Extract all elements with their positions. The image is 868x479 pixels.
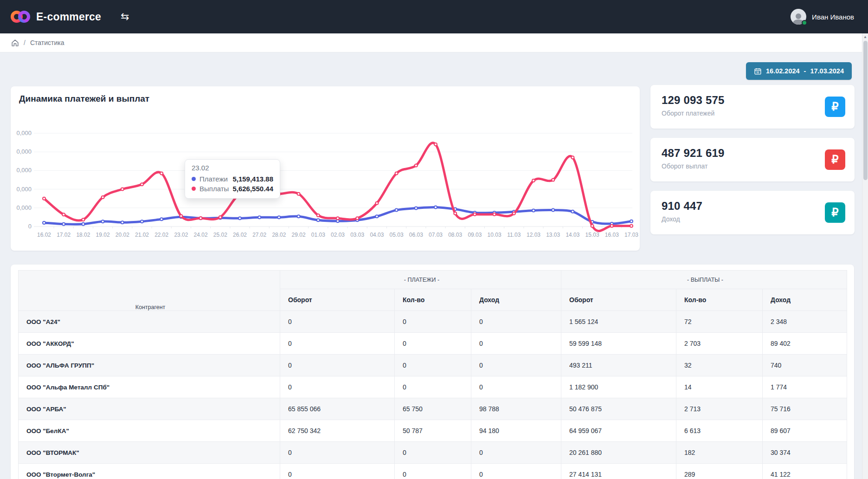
column-header-payouts-income[interactable]: Доход bbox=[763, 289, 847, 311]
svg-text:31: 31 bbox=[756, 71, 759, 74]
column-header-payouts-count[interactable]: Кол-во bbox=[676, 289, 763, 311]
scrollbar-thumb[interactable] bbox=[863, 41, 868, 180]
value-cell: 182 bbox=[676, 442, 763, 464]
value-cell: 75 716 bbox=[763, 398, 847, 420]
value-cell: 94 180 bbox=[471, 420, 561, 442]
breadcrumb: / Статистика bbox=[0, 33, 868, 52]
brand[interactable]: E-commerce bbox=[10, 9, 101, 24]
svg-text:0,000: 0,000 bbox=[16, 186, 32, 193]
value-cell: 0 bbox=[471, 355, 561, 376]
value-cell: 32 bbox=[676, 355, 763, 376]
stat-label: Доход bbox=[662, 215, 680, 223]
svg-text:19.02: 19.02 bbox=[96, 232, 110, 238]
value-cell: 0 bbox=[471, 333, 561, 355]
svg-text:0,000: 0,000 bbox=[16, 148, 32, 155]
svg-text:20.02: 20.02 bbox=[116, 232, 129, 238]
contractor-name-cell: ООО "АККОРД" bbox=[19, 333, 280, 355]
home-icon[interactable] bbox=[11, 39, 19, 47]
date-range-start: 16.02.2024 bbox=[766, 67, 800, 75]
contractor-name-cell: ООО "АЛЬФА ГРУПП" bbox=[19, 355, 280, 376]
contractors-table: Контрагент - ПЛАТЕЖИ - - ВЫПЛАТЫ - Оборо… bbox=[18, 270, 847, 479]
brand-logo-icon bbox=[10, 9, 31, 24]
tooltip-payments-value: 5,159,413.88 bbox=[232, 175, 273, 183]
value-cell: 1 774 bbox=[763, 376, 847, 398]
value-cell: 2 703 bbox=[676, 333, 763, 355]
payments-dynamics-chart[interactable]: 0,0000,0000,0000,0000,000016.0217.0218.0… bbox=[11, 86, 640, 251]
value-cell: 740 bbox=[763, 355, 847, 376]
svg-text:26.02: 26.02 bbox=[233, 232, 247, 238]
column-header-payments-turnover[interactable]: Оборот bbox=[280, 289, 395, 311]
value-cell: 1 182 900 bbox=[561, 376, 676, 398]
column-header-payouts-turnover[interactable]: Оборот bbox=[561, 289, 676, 311]
scrollbar-up-arrow[interactable]: ▲ bbox=[863, 35, 867, 39]
table-group-header-row: Контрагент - ПЛАТЕЖИ - - ВЫПЛАТЫ - bbox=[19, 271, 847, 289]
svg-text:06.03: 06.03 bbox=[409, 232, 423, 238]
table-row[interactable]: ООО "А24"0001 565 124722 348 bbox=[19, 311, 847, 333]
value-cell: 59 599 148 bbox=[561, 333, 676, 355]
tooltip-payouts-value: 5,626,550.44 bbox=[232, 185, 273, 193]
group-header-payments: - ПЛАТЕЖИ - bbox=[280, 271, 561, 289]
statistics-page: E-commerce ⇆ Иван Иванов / Статисти bbox=[0, 0, 868, 479]
value-cell: 62 750 342 bbox=[280, 420, 395, 442]
svg-text:11.03: 11.03 bbox=[507, 232, 521, 238]
contractor-name-cell: ООО "Альфа Металл СПб" bbox=[19, 376, 280, 398]
value-cell: 41 122 bbox=[763, 464, 847, 479]
value-cell: 6 613 bbox=[676, 420, 763, 442]
value-cell: 72 bbox=[676, 311, 763, 333]
user-name[interactable]: Иван Иванов bbox=[812, 13, 854, 21]
svg-text:17.02: 17.02 bbox=[57, 232, 71, 238]
svg-text:04.03: 04.03 bbox=[370, 232, 384, 238]
value-cell: 98 788 bbox=[471, 398, 561, 420]
svg-text:23.02: 23.02 bbox=[174, 232, 188, 238]
svg-text:13.03: 13.03 bbox=[546, 232, 560, 238]
column-header-payments-income[interactable]: Доход bbox=[471, 289, 561, 311]
value-cell: 0 bbox=[280, 311, 395, 333]
table-row[interactable]: ООО "ВТОРМАК"00020 261 88018230 374 bbox=[19, 442, 847, 464]
svg-text:16.03: 16.03 bbox=[605, 232, 619, 238]
date-range-end: 17.03.2024 bbox=[810, 67, 844, 75]
brand-title: E-commerce bbox=[36, 11, 101, 23]
svg-text:18.02: 18.02 bbox=[76, 232, 90, 238]
stat-value: 910 447 bbox=[662, 200, 702, 213]
date-range-button[interactable]: 31 16.02.2024 - 17.03.2024 bbox=[746, 62, 852, 80]
user-avatar[interactable] bbox=[791, 9, 806, 25]
value-cell: 0 bbox=[395, 333, 471, 355]
payments-dynamics-card: Динамика платежей и выплат 0,0000,0000,0… bbox=[11, 86, 640, 251]
value-cell: 0 bbox=[280, 355, 395, 376]
svg-text:08.03: 08.03 bbox=[448, 232, 462, 238]
svg-text:09.03: 09.03 bbox=[468, 232, 482, 238]
table-row[interactable]: ООО "Альфа Металл СПб"0001 182 900141 77… bbox=[19, 376, 847, 398]
value-cell: 50 787 bbox=[395, 420, 471, 442]
column-header-payments-count[interactable]: Кол-во bbox=[395, 289, 471, 311]
column-header-contractor[interactable]: Контрагент bbox=[19, 271, 280, 311]
table-row[interactable]: ООО "Втормет-Волга"00027 414 13128941 12… bbox=[19, 464, 847, 479]
svg-text:0,000: 0,000 bbox=[16, 129, 32, 136]
value-cell: 493 211 bbox=[561, 355, 676, 376]
tooltip-date: 23.02 bbox=[185, 164, 280, 174]
value-cell: 89 607 bbox=[763, 420, 847, 442]
value-cell: 0 bbox=[471, 311, 561, 333]
svg-text:28.02: 28.02 bbox=[272, 232, 286, 238]
stat-label: Оборот выплат bbox=[662, 162, 707, 170]
svg-text:05.03: 05.03 bbox=[390, 232, 404, 238]
value-cell: 65 855 066 bbox=[280, 398, 395, 420]
svg-text:17.03: 17.03 bbox=[624, 232, 638, 238]
sidebar-collapse-icon[interactable]: ⇆ bbox=[121, 12, 129, 22]
chart-tooltip: 23.02 Платежи 5,159,413.88 Выплаты 5,626… bbox=[185, 159, 280, 199]
svg-text:01.03: 01.03 bbox=[311, 232, 325, 238]
page-scrollbar[interactable]: ▲ bbox=[862, 33, 868, 479]
table-row[interactable]: ООО "АРБА"65 855 06665 75098 78850 476 8… bbox=[19, 398, 847, 420]
stat-value: 487 921 619 bbox=[662, 147, 725, 160]
table-row[interactable]: ООО "БелКА"62 750 34250 78794 18064 959 … bbox=[19, 420, 847, 442]
value-cell: 0 bbox=[471, 376, 561, 398]
svg-text:21.02: 21.02 bbox=[135, 232, 149, 238]
value-cell: 0 bbox=[395, 442, 471, 464]
svg-text:0: 0 bbox=[28, 223, 32, 230]
table-row[interactable]: ООО "АККОРД"00059 599 1482 70389 402 bbox=[19, 333, 847, 355]
svg-text:07.03: 07.03 bbox=[429, 232, 443, 238]
tooltip-payments-label: Платежи bbox=[199, 175, 228, 183]
table-row[interactable]: ООО "АЛЬФА ГРУПП"000493 21132740 bbox=[19, 355, 847, 376]
breadcrumb-separator: / bbox=[24, 39, 26, 46]
online-status-dot bbox=[802, 20, 807, 26]
tooltip-row-payments: Платежи 5,159,413.88 bbox=[185, 174, 280, 184]
